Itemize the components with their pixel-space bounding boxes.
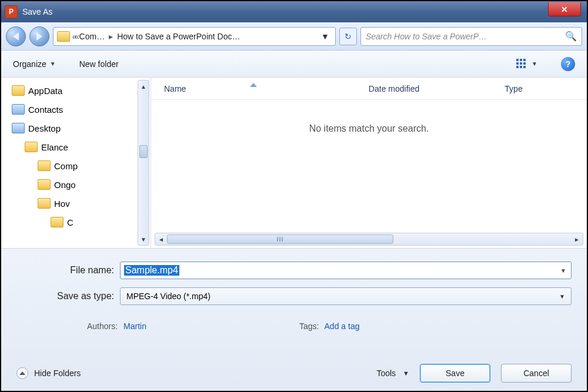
scroll-up-icon[interactable]: ▲ — [138, 81, 149, 92]
chevron-down-icon[interactable]: ▼ — [319, 32, 332, 41]
tree-item-label: Ongo — [54, 180, 76, 190]
title-bar: P Save As ✕ — [1, 1, 587, 22]
cancel-label: Cancel — [523, 368, 549, 378]
tree-item-label: Comp — [54, 161, 78, 171]
view-grid-icon — [516, 59, 528, 69]
file-listing: Name Date modified Type No items match y… — [151, 78, 587, 248]
close-icon: ✕ — [561, 5, 568, 14]
column-date-label: Date modified — [369, 84, 419, 93]
scroll-thumb[interactable] — [139, 145, 148, 158]
tree-item[interactable]: C — [1, 213, 151, 232]
refresh-button[interactable]: ↻ — [339, 28, 357, 45]
folder-icon — [57, 31, 70, 42]
tree-item-label: Elance — [41, 142, 68, 152]
hide-folders-label: Hide Folders — [34, 368, 81, 378]
help-icon: ? — [566, 59, 571, 69]
tags-label: Tags: — [299, 321, 319, 331]
scroll-down-icon[interactable]: ▼ — [138, 233, 149, 245]
folder-icon — [38, 179, 51, 190]
column-date-modified[interactable]: Date modified — [356, 84, 492, 93]
chevron-right-icon: ▸ — [107, 32, 115, 41]
save-form: File name: Sample.mp4 ▼ Save as type: MP… — [1, 248, 587, 391]
breadcrumb[interactable]: «« Com… ▸ How to Save a PowerPoint Doc… … — [53, 27, 336, 46]
navigation-bar: «« Com… ▸ How to Save a PowerPoint Doc… … — [1, 22, 587, 51]
chevron-down-icon[interactable]: ▼ — [559, 293, 565, 300]
column-type[interactable]: Type — [492, 84, 587, 93]
horizontal-scrollbar[interactable]: ◄ ► — [155, 233, 583, 246]
tree-item[interactable]: Comp — [1, 156, 151, 175]
arrow-left-icon — [13, 32, 19, 41]
save-as-type-value: MPEG-4 Video (*.mp4) — [126, 292, 211, 301]
folder-icon — [12, 104, 25, 115]
tools-menu[interactable]: Tools ▼ — [376, 368, 409, 378]
chevron-down-icon: ▼ — [50, 61, 56, 67]
tree-item[interactable]: Ongo — [1, 175, 151, 194]
search-placeholder: Search How to Save a PowerP… — [366, 32, 487, 41]
folder-icon — [38, 160, 51, 171]
tree-item[interactable]: Hov — [1, 194, 151, 213]
breadcrumb-overflow-icon[interactable]: «« — [72, 32, 77, 41]
folder-icon — [51, 217, 64, 227]
chevron-up-icon — [16, 367, 28, 379]
tree-item[interactable]: Elance — [1, 138, 151, 156]
chevron-down-icon[interactable]: ▼ — [560, 267, 566, 274]
tree-item-label: AppData — [28, 86, 62, 96]
column-name[interactable]: Name — [151, 84, 356, 93]
filename-label: File name: — [16, 265, 120, 276]
chevron-down-icon: ▼ — [532, 61, 537, 67]
column-type-label: Type — [505, 84, 522, 93]
empty-message: No items match your search. — [151, 100, 587, 233]
new-folder-button[interactable]: New folder — [79, 59, 119, 69]
authors-label: Authors: — [87, 321, 118, 331]
view-options-button[interactable]: ▼ — [516, 59, 537, 69]
scroll-right-icon[interactable]: ► — [571, 236, 583, 243]
list-header: Name Date modified Type — [151, 78, 587, 100]
breadcrumb-seg-2[interactable]: How to Save a PowerPoint Doc… — [117, 32, 240, 41]
tree-item-label: Contacts — [28, 105, 63, 115]
sort-asc-icon — [250, 83, 257, 87]
authors-value[interactable]: Martin — [123, 321, 146, 331]
tools-label: Tools — [376, 368, 396, 378]
tree-item[interactable]: Contacts — [1, 100, 151, 119]
window-title: Save As — [22, 7, 52, 16]
save-button[interactable]: Save — [420, 364, 490, 383]
breadcrumb-seg-1[interactable]: Com… — [79, 32, 105, 41]
powerpoint-app-icon: P — [5, 5, 18, 18]
new-folder-label: New folder — [79, 59, 119, 69]
tags-value[interactable]: Add a tag — [325, 321, 360, 331]
save-as-type-select[interactable]: MPEG-4 Video (*.mp4) ▼ — [120, 287, 572, 305]
scroll-left-icon[interactable]: ◄ — [155, 236, 167, 243]
save-label: Save — [446, 368, 465, 378]
tree-item[interactable]: AppData — [1, 81, 151, 100]
tree-item-label: C — [67, 217, 74, 227]
folder-icon — [12, 85, 25, 96]
scroll-thumb[interactable] — [167, 234, 393, 244]
organize-menu[interactable]: Organize ▼ — [13, 59, 56, 69]
filename-value: Sample.mp4 — [124, 265, 179, 276]
close-button[interactable]: ✕ — [548, 2, 581, 16]
cancel-button[interactable]: Cancel — [501, 364, 572, 383]
tree-item[interactable]: Desktop — [1, 119, 151, 138]
tree-scrollbar[interactable]: ▲ ▼ — [138, 80, 149, 246]
folder-icon — [25, 142, 38, 152]
filename-input[interactable]: Sample.mp4 ▼ — [120, 262, 572, 279]
arrow-right-icon — [36, 32, 42, 41]
organize-label: Organize — [13, 59, 46, 69]
column-name-label: Name — [164, 84, 186, 93]
tree-item-label: Desktop — [28, 123, 61, 133]
folder-tree: AppDataContactsDesktopElanceCompOngoHovC… — [1, 78, 151, 248]
help-button[interactable]: ? — [561, 57, 575, 71]
refresh-icon: ↻ — [345, 32, 352, 41]
search-icon: 🔍 — [565, 31, 577, 42]
back-button[interactable] — [6, 26, 26, 46]
tree-item-label: Hov — [54, 199, 70, 209]
toolbar: Organize ▼ New folder ▼ ? — [1, 51, 587, 78]
save-as-type-label: Save as type: — [16, 291, 120, 301]
main-area: AppDataContactsDesktopElanceCompOngoHovC… — [1, 78, 587, 248]
hide-folders-button[interactable]: Hide Folders — [16, 367, 81, 379]
folder-icon — [38, 198, 51, 209]
search-input[interactable]: Search How to Save a PowerP… 🔍 — [360, 27, 582, 46]
chevron-down-icon: ▼ — [403, 370, 409, 377]
folder-icon — [12, 123, 25, 133]
forward-button[interactable] — [29, 26, 49, 46]
